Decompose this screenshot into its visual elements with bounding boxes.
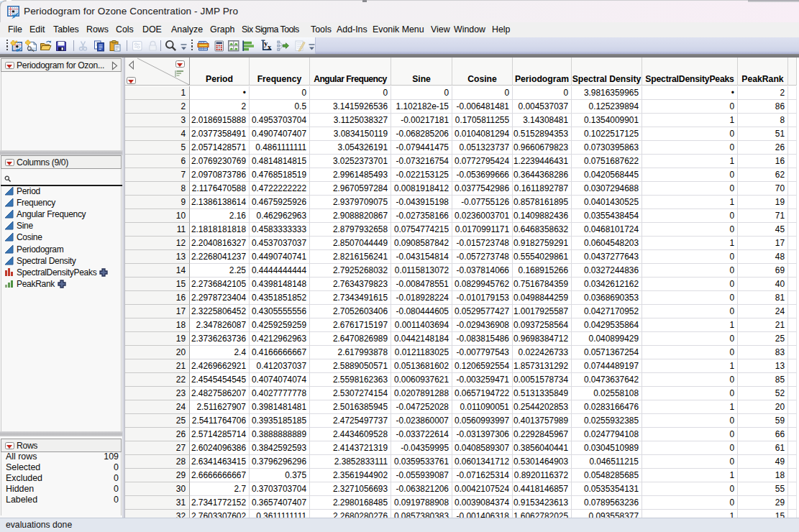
svg-text:x: x <box>268 43 272 51</box>
